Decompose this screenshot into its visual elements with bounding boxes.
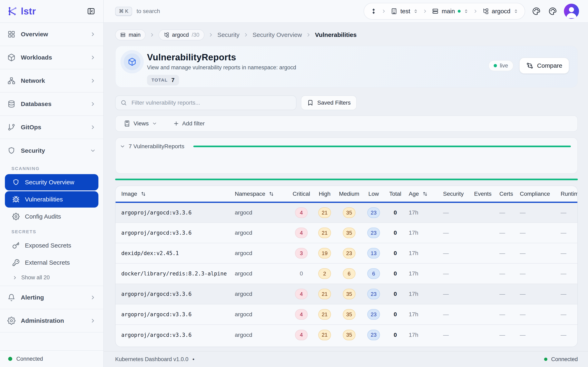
sort-icon [140,191,146,197]
cell-age: 17h [406,243,440,263]
breadcrumb-server-pill[interactable]: main [115,29,146,40]
column-header-compliance[interactable]: Compliance [517,186,557,202]
sidebar-item-external-secrets[interactable]: External Secrets [5,254,98,271]
table-row[interactable]: argoproj/argocd:v3.3.6argocd4213523017h—… [116,284,578,304]
cell-image: argoproj/argocd:v3.3.6 [116,284,232,304]
table-row[interactable]: dexidp/dex:v2.45.1argocd3192313017h———— [116,243,578,263]
cell-compliance: — [517,223,557,243]
cell-critical: 4 [290,223,313,243]
breadcrumb-namespace-pill[interactable]: argocd /30 [159,29,204,40]
sidebar-item-workloads[interactable]: Workloads [0,46,103,69]
section-label-secrets: SECRETS [0,225,103,236]
context-switcher: test main argocd [364,3,525,20]
sidebar-item-overview[interactable]: Overview [0,23,103,46]
sidebar-item-alerting[interactable]: Alerting [0,286,103,309]
saved-filters-button[interactable]: Saved Filters [301,95,357,110]
cell-runtime: — [557,284,578,304]
server-label: main [442,8,455,15]
breadcrumb-security-overview[interactable]: Security Overview [252,31,302,38]
cell-total: 0 [385,284,406,304]
column-header-certs[interactable]: Certs [496,186,517,202]
updown-icon [463,8,469,14]
sort-icon [422,191,428,197]
add-filter-button[interactable]: Add filter [171,120,207,127]
sidebar-item-gitops[interactable]: GitOps [0,116,103,139]
sidebar-item-security[interactable]: Security [0,139,103,162]
compare-button[interactable]: Compare [519,58,569,74]
cell-critical: 4 [290,202,313,223]
column-header-image[interactable]: Image [116,186,232,202]
sidebar-collapse-button[interactable] [86,6,96,16]
total-label: TOTAL [151,77,168,83]
medium-count-badge: 35 [343,227,355,238]
views-bar: Views Add filter [115,115,578,132]
cluster-selector[interactable]: test [390,8,418,15]
chevron-right-icon [90,318,96,324]
column-header-runtime[interactable]: Runtime [557,186,578,202]
color-palette-button[interactable] [548,6,558,16]
column-header-namespace[interactable]: Namespace [232,186,290,202]
theme-palette-button[interactable] [531,6,541,16]
column-header-high[interactable]: High [313,186,336,202]
views-label: Views [134,120,149,127]
footer-separator: • [192,356,194,363]
gear-icon [7,317,16,325]
column-header-age[interactable]: Age [406,186,440,202]
reports-panel-header[interactable]: 7 VulnerabilityReports [120,143,571,150]
sidebar-item-security-overview[interactable]: Security Overview [5,174,98,191]
sidebar-item-administration[interactable]: Administration [0,309,103,333]
cell-medium: 35 [336,223,362,243]
critical-count-badge: 4 [295,330,308,340]
table-row[interactable]: argoproj/argocd:v3.3.6argocd4213523017h—… [116,202,578,223]
namespace-selector[interactable]: argocd [482,8,519,15]
cell-age: 17h [406,325,440,345]
sidebar-item-network[interactable]: Network [0,69,103,92]
medium-count-badge: 23 [343,248,355,259]
cell-compliance: — [517,284,557,304]
medium-count-badge: 6 [343,268,355,279]
sidebar-item-label: GitOps [21,124,41,131]
chevron-right-icon [208,32,214,38]
chevron-right-icon [473,8,478,14]
cell-runtime: — [557,202,578,223]
search-shortcut-kbd[interactable]: ⌘ K [115,7,132,16]
cell-certs: — [496,243,517,263]
cell-compliance: — [517,263,557,284]
vulnerability-table-card: Image Namespace Critical High Medium Low… [115,185,578,347]
live-badge: live [488,60,513,71]
breadcrumb-namespace-label: argocd [172,32,189,38]
sidebar-item-exposed-secrets[interactable]: Exposed Secrets [5,237,98,254]
footer-connection-status: Connected [544,356,578,363]
sidebar-item-vulnerabilities[interactable]: Vulnerabilities [5,191,98,208]
column-header-security[interactable]: Security [440,186,471,202]
column-header-low[interactable]: Low [362,186,385,202]
sidebar-item-databases[interactable]: Databases [0,92,103,116]
column-header-total[interactable]: Total [385,186,406,202]
sidebar-item-config-audits[interactable]: Config Audits [5,208,98,225]
column-header-medium[interactable]: Medium [336,186,362,202]
table-row[interactable]: docker/library/redis:8.2.3-alpineargocd0… [116,263,578,284]
table-row[interactable]: argoproj/argocd:v3.3.6argocd4213523017h—… [116,304,578,325]
views-dropdown[interactable]: Views [121,120,160,127]
breadcrumb-current: Vulnerabilities [315,31,357,38]
page-header-card: VulnerabilityReports View and manage vul… [115,46,578,88]
filter-input[interactable] [131,99,291,106]
table-row[interactable]: argoproj/argocd:v3.3.6argocd4213523017h—… [116,223,578,243]
user-avatar[interactable] [564,4,579,19]
cell-total: 0 [385,304,406,325]
logo-icon [7,6,18,17]
column-header-critical[interactable]: Critical [290,186,313,202]
breadcrumb-security[interactable]: Security [217,31,240,38]
table-row[interactable]: argoproj/argocd:v3.3.6argocd4213523017h—… [116,325,578,345]
total-badge: TOTAL 7 [147,75,179,85]
cell-total: 0 [385,263,406,284]
server-icon [120,32,126,38]
sidebar-item-label: Exposed Secrets [25,242,71,249]
column-header-events[interactable]: Events [471,186,496,202]
sidebar-show-all[interactable]: Show all 20 [0,272,103,282]
server-selector[interactable]: main [432,8,469,15]
network-icon [7,77,16,85]
cell-namespace: argocd [232,304,290,325]
layers-icon[interactable] [370,8,377,15]
chevron-right-icon [243,32,249,38]
